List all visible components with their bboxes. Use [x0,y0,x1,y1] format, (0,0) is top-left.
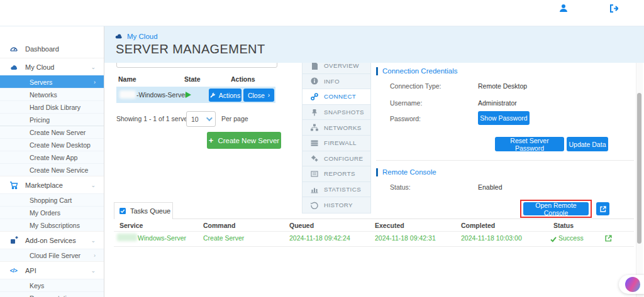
sidebar-item-my-subscriptions[interactable]: My Subscriptions [0,219,104,231]
tab-connect[interactable]: CONNECT [303,89,370,105]
col-header-state: State [184,75,201,83]
dashboard-gauge-icon [9,45,18,54]
sidebar-item-addon-services[interactable]: Add-on Services ⌄ [0,231,104,249]
sidebar-item-create-new-service[interactable]: Create New Service [0,163,104,176]
section-divider [376,160,634,161]
tq-col-status: Status [553,222,574,229]
bar-chart-icon [311,186,318,193]
server-detail-tabs: OVERVIEW INFO CONNECT SNAPSHOTS [302,58,371,213]
top-bar [0,0,644,26]
tab-history[interactable]: HISTORY [303,197,370,213]
sitemap-icon [311,124,318,131]
task-external-link-icon[interactable] [605,233,612,244]
task-executed: 2024-11-18 09:42:31 [375,234,436,242]
tq-col-command: Command [203,222,235,229]
create-new-server-button[interactable]: + Create New Server [207,132,281,149]
console-status-label: Status: [390,183,411,191]
tasks-header-underline [114,231,634,232]
chevron-down-icon: ⌄ [91,267,96,274]
server-name-redacted [119,90,136,99]
chevron-right-icon: › [94,79,96,85]
chevron-down-icon [206,115,213,121]
checked-checkbox-icon [119,208,126,214]
console-status-value: Enabled [478,183,502,191]
sidebar-item-create-new-app[interactable]: Create New App [0,151,104,163]
sidebar-item-pricing[interactable]: Pricing [0,113,104,126]
sidebar-item-api[interactable]: </> API ⌄ [0,261,104,279]
sidebar-item-keys[interactable]: Keys [0,279,104,291]
chevron-right-icon: › [268,92,270,99]
username-value: Administrator [478,99,517,107]
firewall-bricks-icon [311,139,318,147]
tab-configure[interactable]: CONFIGURE [303,151,370,167]
logout-icon[interactable] [609,4,618,15]
username-label: Username: [390,99,422,107]
task-command: Create Server [203,234,244,242]
open-remote-console-button[interactable]: Open Remote Console [523,202,589,215]
cart-icon [9,180,18,190]
user-icon[interactable] [559,4,568,15]
tab-info[interactable]: INFO [303,74,370,90]
server-management-page: KAMATERA PERFORMANCE CLOUD LOG OUT [0,0,644,297]
tq-col-queued: Queued [289,222,314,229]
sidebar-item-documentation[interactable]: Documentation [0,291,104,297]
code-icon: </> [9,266,18,275]
sidebar-item-my-cloud[interactable]: My Cloud ⌄ [0,58,104,75]
sidebar-item-shopping-cart[interactable]: Shopping Cart [0,193,104,206]
col-header-actions: Actions [231,75,255,83]
plus-icon: + [209,136,214,145]
task-service-redacted [117,234,137,241]
success-check-icon [550,234,557,245]
sidebar-item-networks[interactable]: Networks [0,88,104,100]
sidebar-item-marketplace[interactable]: Marketplace ⌄ [0,176,104,193]
tq-col-completed: Completed [461,222,495,229]
sidebar-item-servers[interactable]: Servers › [0,75,104,88]
chevron-down-icon: ⌄ [91,64,96,70]
cloud-icon [114,33,123,40]
gears-icon [311,154,318,162]
file-icon [311,62,318,70]
server-state-running-icon [186,92,191,98]
task-service: Windows-Server [138,234,186,242]
link-icon [311,93,318,100]
tasks-queue-tab[interactable]: Tasks Queue [114,202,173,219]
sidebar-item-hard-disk-library[interactable]: Hard Disk Library [0,100,104,113]
section-accent-bar [376,67,378,75]
breadcrumb[interactable]: My Cloud [114,33,158,40]
sidebar-item-cloud-file-server[interactable]: Cloud File Server › [0,249,104,261]
credentials-section-title: Connection Credentials [382,67,458,75]
reset-server-password-button[interactable]: Reset Server Password [495,137,564,151]
col-header-name: Name [118,75,136,83]
sidebar-item-create-new-desktop[interactable]: Create New Desktop [0,138,104,151]
tab-firewall[interactable]: FIREWALL [303,136,370,151]
password-label: Password: [390,115,421,122]
sidebar-item-dashboard[interactable]: Dashboard [0,40,104,58]
external-link-icon [600,206,606,212]
show-password-button[interactable]: Show Password [478,111,530,125]
per-page-select[interactable]: 10 [186,111,216,127]
update-data-button[interactable]: Update Data [567,137,608,151]
open-console-external-link-button[interactable] [596,202,609,215]
page-title: SERVER MANAGEMENT [116,42,265,57]
tab-statistics[interactable]: STATISTICS [303,182,370,198]
chat-widget-icon[interactable] [625,277,640,292]
addon-services-icon [9,235,18,245]
scrollbar-thumb[interactable] [637,93,641,244]
tab-snapshots[interactable]: SNAPSHOTS [303,105,370,121]
server-list-summary: Showing 1 - 1 of 1 servers, [116,115,195,122]
tab-reports[interactable]: REPORTS [303,166,370,182]
server-name: -Windows-Server [136,91,187,99]
sidebar-nav: Dashboard My Cloud ⌄ Servers › Networks … [0,26,104,297]
wrench-icon [210,92,216,98]
tab-networks[interactable]: NETWORKS [303,120,370,136]
task-status: Success [558,234,584,242]
remote-console-section-title: Remote Console [382,168,436,176]
server-close-button[interactable]: Close › [243,89,274,102]
server-actions-button[interactable]: Actions [209,89,242,102]
tq-col-service: Service [119,222,143,229]
breadcrumb-label: My Cloud [127,33,158,40]
history-icon [311,202,318,209]
sidebar-item-create-new-server[interactable]: Create New Server [0,126,104,138]
sidebar-item-my-orders[interactable]: My Orders [0,206,104,219]
connection-type-value: Remote Desktop [478,82,527,90]
